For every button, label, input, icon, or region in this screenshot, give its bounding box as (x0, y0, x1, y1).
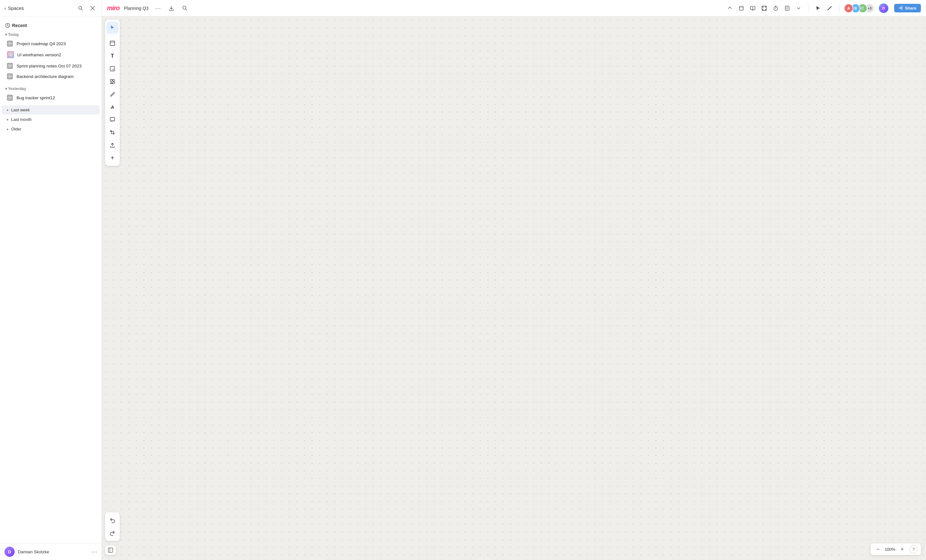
user-more-button[interactable]: ⋯ (91, 548, 97, 555)
toolbar-divider-2 (839, 5, 840, 12)
svg-line-1 (81, 9, 82, 10)
help-button[interactable]: ? (909, 545, 918, 553)
left-toolbar: T A (105, 20, 120, 166)
notes-button[interactable] (782, 3, 792, 14)
text-tool[interactable]: T (106, 50, 118, 62)
sidebar-item-project-roadmap[interactable]: Project roadmap Q4 2023 (2, 39, 100, 49)
sidebar-item-sprint-planning[interactable]: Sprint planning notes Oct 07 2023 (2, 61, 100, 71)
sidebar-nav: Recent ▾ Today Project roadmap Q4 2023 (0, 17, 101, 543)
last-month-label: Last month (11, 117, 32, 122)
sidebar-item-ui-wireframes[interactable]: UI wireframes version2 (2, 49, 100, 60)
select-tool[interactable] (106, 22, 118, 34)
svg-rect-22 (8, 77, 9, 78)
crop-tool[interactable] (106, 126, 118, 139)
current-user-avatar[interactable]: D (879, 3, 888, 13)
sticky-note-tool[interactable] (106, 63, 118, 75)
sidebar: ‹ Spaces (0, 0, 102, 560)
svg-rect-8 (8, 42, 9, 43)
user-info: D Damian Skotzke (5, 546, 49, 557)
svg-rect-23 (11, 77, 12, 78)
zoom-out-button[interactable]: − (874, 545, 882, 553)
svg-rect-15 (8, 64, 9, 66)
zoom-level: 100% (884, 547, 896, 552)
item-label-bug-tracker: Bug tracker sprint12 (17, 95, 55, 100)
sidebar-item-backend-arch[interactable]: Backend architecture diagram (2, 71, 100, 82)
comment-tool[interactable] (106, 113, 118, 126)
board-icon-bug (7, 95, 14, 101)
frame-tool[interactable] (106, 37, 118, 49)
pen-mode-button[interactable] (825, 3, 835, 14)
main-content: miro Planning Q3 ⋯ (102, 0, 926, 560)
add-tool[interactable]: + (106, 152, 118, 164)
cursor-pen-group (813, 3, 835, 14)
zoom-controls: − 100% + ? (871, 543, 921, 555)
svg-marker-48 (110, 82, 113, 84)
svg-rect-20 (8, 75, 9, 76)
item-label-ui-wireframes: UI wireframes version2 (17, 53, 61, 57)
last-month-section[interactable]: ▸ Last month (2, 115, 100, 124)
svg-rect-11 (11, 44, 12, 45)
user-name: Damian Skotzke (18, 549, 49, 554)
svg-rect-26 (11, 96, 12, 97)
minus-icon: − (876, 546, 880, 553)
spaces-label: Spaces (8, 5, 24, 11)
plus-icon: + (900, 546, 904, 553)
sidebar-search-button[interactable] (76, 4, 85, 13)
today-group-label: ▾ Today (0, 30, 101, 38)
chevron-down-icon-yesterday: ▾ (5, 86, 7, 91)
sidebar-close-button[interactable] (88, 4, 97, 13)
topbar: miro Planning Q3 ⋯ (102, 0, 926, 17)
chevron-right-icon-older: ▸ (7, 127, 9, 131)
pen-tool[interactable] (106, 88, 118, 100)
board-icon-sprint (7, 63, 14, 69)
sidebar-footer: D Damian Skotzke ⋯ (0, 543, 101, 560)
recent-section-label: Recent (0, 20, 101, 30)
more-toolbar-button[interactable] (794, 3, 804, 14)
share-button[interactable]: Share (894, 4, 921, 12)
zoom-in-button[interactable]: + (898, 545, 906, 553)
chevron-right-icon-lastweek: ▸ (7, 108, 9, 112)
canvas-area[interactable]: T A (102, 17, 926, 560)
panel-toggle-button[interactable] (105, 545, 116, 555)
topbar-search-button[interactable] (180, 3, 190, 14)
present-button[interactable] (748, 3, 758, 14)
miro-logo: miro (107, 5, 120, 12)
frame-tool-button[interactable] (736, 3, 746, 14)
sidebar-header: ‹ Spaces (0, 0, 101, 17)
item-label-backend-arch: Backend architecture diagram (17, 74, 74, 79)
chevron-left-icon: ‹ (5, 5, 6, 11)
shapes-tool[interactable] (106, 75, 118, 88)
spaces-back-button[interactable]: ‹ Spaces (5, 5, 76, 11)
older-section[interactable]: ▸ Older (2, 124, 100, 134)
svg-rect-12 (9, 53, 12, 55)
board-title: Planning Q3 (124, 6, 148, 11)
export-button[interactable] (166, 3, 176, 14)
svg-rect-17 (8, 66, 9, 68)
sidebar-item-bug-tracker[interactable]: Bug tracker sprint12 (2, 93, 100, 103)
board-icon (7, 41, 14, 47)
clock-icon (5, 23, 10, 28)
older-label: Older (11, 127, 21, 131)
cursor-mode-button[interactable] (813, 3, 823, 14)
undo-redo-toolbar (105, 512, 120, 541)
svg-rect-13 (9, 56, 12, 56)
svg-line-30 (186, 9, 187, 10)
svg-rect-18 (11, 66, 12, 68)
marker-tool[interactable]: A (106, 101, 118, 113)
svg-rect-50 (110, 118, 115, 121)
toolbar-divider-1 (808, 5, 808, 12)
thumb-ui-wireframes (7, 51, 14, 58)
upload-tool[interactable] (106, 139, 118, 151)
sidebar-actions (76, 4, 97, 13)
more-options-button[interactable]: ⋯ (153, 3, 163, 14)
timer-button[interactable] (771, 3, 781, 14)
expand-button[interactable] (725, 3, 735, 14)
collaborators-group: A B C +3 (844, 3, 875, 13)
svg-rect-31 (739, 6, 743, 10)
zoom-fit-button[interactable] (759, 3, 769, 14)
undo-button[interactable] (106, 514, 118, 526)
collab-avatar-1[interactable]: A (844, 3, 853, 13)
last-week-section[interactable]: ▸ Last week (2, 105, 100, 115)
redo-button[interactable] (106, 527, 118, 539)
right-toolbar-group (725, 3, 804, 14)
